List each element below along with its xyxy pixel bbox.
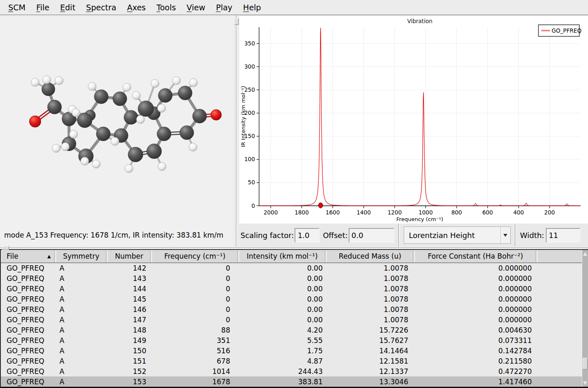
splitter-handle-icon[interactable] [2,246,9,250]
svg-text:300: 300 [244,63,255,70]
table-row[interactable]: GO_PFREQA1521014244.4312.13370.472270 [1,366,582,376]
carbon-atom [94,90,108,104]
header-symmetry[interactable]: Symmetry [55,250,107,263]
menu-item-scm[interactable]: SCM [3,3,31,12]
frequency-table: File▲SymmetryNumberFrequency (cm⁻¹)Inten… [1,250,582,387]
hydrogen-atom [88,82,96,90]
offset-label: Offset: [323,231,348,240]
scroll-thumb[interactable] [583,358,588,369]
spectrum-controls: Scaling factor: Offset: Lorentzian Heigh… [239,224,588,247]
table-scrollbar[interactable] [582,250,588,387]
combobox-dropdown-button[interactable] [500,227,510,243]
hydrogen-atom [136,115,145,124]
hydrogen-atom [72,109,80,117]
chart-area: 2000180016001400120010008006004002000501… [239,16,588,224]
table-row[interactable]: GO_PFREQA14500.001.00780.000000 [1,294,582,304]
header-reduced-mass[interactable]: Reduced Mass (u) [326,250,414,263]
y-axis-label: IR Intensity (km mol⁻¹) [240,86,246,147]
hydrogen-atom [81,157,89,165]
scaling-factor-input[interactable] [295,228,319,243]
table-row[interactable]: GO_PFREQA14300.001.00780.000000 [1,273,582,283]
carbon-atom [193,109,207,123]
controls-separator [398,224,400,247]
hydrogen-atom [157,104,166,112]
carbon-atom [147,144,162,159]
hydrogen-atom [55,76,63,85]
header-file[interactable]: File▲ [1,250,55,263]
lineshape-selected-value: Lorentzian Height [404,231,500,240]
table-row[interactable]: GO_PFREQA1493515.5515.76270.073311 [1,335,582,345]
width-input[interactable] [546,228,580,243]
header-filler [537,250,582,263]
chart-legend: GO_PFREQ [538,25,581,36]
chevron-down-icon [503,234,507,237]
carbon-atom [158,88,172,102]
menu-item-file[interactable]: File [31,3,55,12]
table-row[interactable]: GO_PFREQA1531678383.8113.30461.417460 [1,376,582,387]
header-number[interactable]: Number [107,250,151,263]
header-intensity[interactable]: Intensity (km mol⁻¹) [238,250,326,263]
carbon-atom [42,83,55,96]
svg-text:600: 600 [482,209,493,216]
svg-text:1400: 1400 [357,209,371,216]
header-frequency[interactable]: Frequency (cm⁻¹) [151,250,238,263]
hydrogen-atom [31,78,39,86]
table-row[interactable]: GO_PFREQA14700.001.00780.000000 [1,314,582,325]
menu-item-spectra[interactable]: Spectra [81,3,121,12]
carbon-atom [96,127,110,141]
table-row[interactable]: GO_PFREQA1505161.7514.14640.142784 [1,345,582,356]
table-row[interactable]: GO_PFREQA14600.001.00780.000000 [1,304,582,314]
width-label: Width: [520,231,544,240]
svg-text:2000: 2000 [264,209,278,216]
header-force-constant[interactable]: Force Constant (Ha Bohr⁻²) [414,250,537,263]
svg-text:0: 0 [251,202,255,209]
table-row[interactable]: GO_PFREQA1516784.8712.15810.211580 [1,356,582,366]
hydrogen-atom [111,137,119,145]
molecule-view[interactable] [0,15,234,230]
scroll-up-button[interactable] [582,250,588,257]
table-row[interactable]: GO_PFREQA14200.001.00780.000000 [1,263,582,273]
carbon-atom [113,92,127,106]
menu-bar: SCMFileEditSpectraAxesToolsViewPlayHelp [0,0,588,15]
spectrum-curve [259,28,581,206]
legend-label: GO_PFREQ [552,27,581,34]
splitter-handle-icon[interactable] [234,18,239,25]
scroll-down-icon [583,381,587,385]
menu-item-play[interactable]: Play [211,3,238,12]
carbon-atom [157,127,171,141]
hydrogen-atom [189,143,197,151]
splitter-groove [0,248,588,248]
horizontal-splitter[interactable] [0,247,588,249]
oxygen-atom [29,116,41,127]
main-split: mode A_153 Frequency: 1678 1/cm, IR inte… [0,15,588,247]
svg-text:800: 800 [451,209,462,216]
vibration-chart[interactable]: 2000180016001400120010008006004002000501… [239,16,588,224]
hydrogen-atom [172,76,181,85]
table-row[interactable]: GO_PFREQA14400.001.00780.000000 [1,283,582,294]
table-row[interactable]: GO_PFREQA148884.2015.72260.004630 [1,325,582,335]
app-window: SCMFileEditSpectraAxesToolsViewPlayHelp … [0,0,588,388]
svg-text:100: 100 [244,156,255,162]
offset-input[interactable] [349,228,394,243]
spectrum-panel: 2000180016001400120010008006004002000501… [239,15,588,247]
selected-mode-marker[interactable] [318,203,323,208]
splitter-groove [236,15,237,247]
svg-text:50: 50 [248,179,255,186]
menu-item-view[interactable]: View [181,3,211,12]
menu-item-edit[interactable]: Edit [55,3,81,12]
hydrogen-atom [151,79,159,88]
lineshape-combobox[interactable]: Lorentzian Height [404,226,511,244]
carbon-atom [138,101,154,117]
scroll-down-button[interactable] [582,379,588,387]
svg-text:400: 400 [513,209,524,216]
hydrogen-atom [123,83,131,91]
molecule-panel: mode A_153 Frequency: 1678 1/cm, IR inte… [0,15,234,247]
menu-item-axes[interactable]: Axes [122,3,151,12]
vertical-splitter[interactable] [234,15,239,247]
scaling-factor-label: Scaling factor: [240,231,294,240]
table-wrap: File▲SymmetryNumberFrequency (cm⁻¹)Inten… [1,250,582,387]
menu-item-help[interactable]: Help [238,3,266,12]
menu-item-tools[interactable]: Tools [151,3,181,12]
modes-table-section: File▲SymmetryNumberFrequency (cm⁻¹)Inten… [0,249,588,388]
svg-text:200: 200 [544,209,555,216]
